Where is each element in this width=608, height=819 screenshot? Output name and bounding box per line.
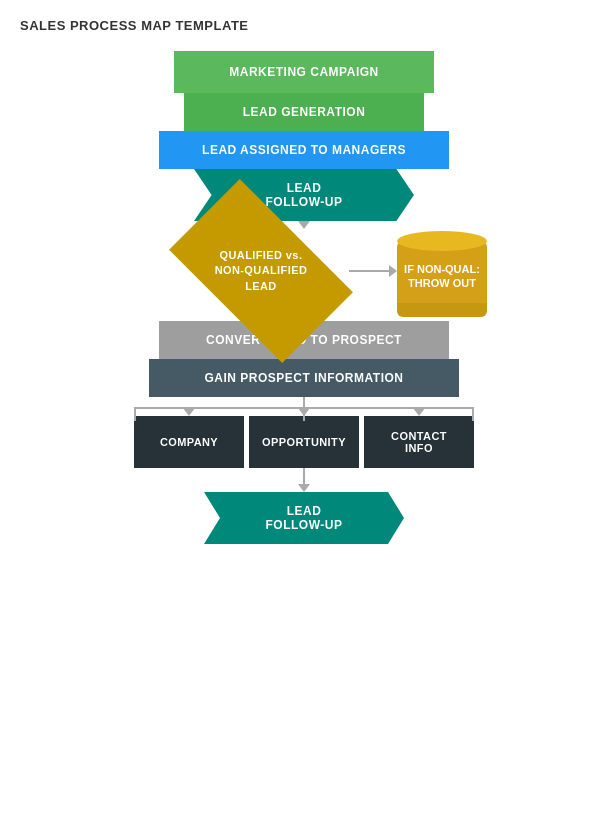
- marketing-campaign-box: MARKETING CAMPAIGN: [174, 51, 434, 93]
- lead-generation-box: LEAD GENERATION: [184, 93, 424, 131]
- lead-generation-label: LEAD GENERATION: [243, 105, 366, 119]
- flowchart: MARKETING CAMPAIGN LEAD GENERATION LEAD …: [20, 51, 588, 564]
- arrowhead-left: [183, 408, 195, 416]
- contact-info-label: CONTACT INFO: [391, 430, 447, 454]
- non-qual-cylinder: IF NON-QUAL: THROW OUT: [397, 241, 487, 311]
- arrowhead-right: [413, 408, 425, 416]
- lead-followup-bottom-label: LEAD FOLLOW-UP: [266, 504, 343, 532]
- diamond-row: QUALIFIED vs. NON-QUALIFIED LEAD IF NON-…: [94, 221, 514, 321]
- lead-followup-bottom-box: LEAD FOLLOW-UP: [204, 492, 404, 544]
- drop-center: [303, 407, 305, 421]
- three-boxes-row: COMPANY OPPORTUNITY CONTACT INFO: [134, 416, 474, 468]
- lead-assigned-box: LEAD ASSIGNED TO MANAGERS: [159, 131, 449, 169]
- opportunity-label: OPPORTUNITY: [262, 436, 346, 448]
- left-arrow-col: [134, 408, 244, 416]
- branch-section: COMPANY OPPORTUNITY CONTACT INFO: [124, 397, 484, 492]
- gain-prospect-label: GAIN PROSPECT INFORMATION: [205, 371, 404, 385]
- non-qual-label: IF NON-QUAL: THROW OUT: [404, 262, 480, 291]
- lead-followup-top-label: LEAD FOLLOW-UP: [266, 181, 343, 209]
- drop-left: [134, 407, 136, 421]
- right-arrow-col: [364, 408, 474, 416]
- page-title: SALES PROCESS MAP TEMPLATE: [20, 18, 588, 33]
- arrow-right: [349, 265, 397, 277]
- spacer-right: [364, 468, 474, 492]
- bottom-shaft: [303, 468, 305, 484]
- qualified-label: QUALIFIED vs. NON-QUALIFIED LEAD: [206, 248, 316, 294]
- bottom-arrowhead: [298, 484, 310, 492]
- branch-stem: [303, 397, 305, 407]
- contact-info-box: CONTACT INFO: [364, 416, 474, 468]
- opportunity-box: OPPORTUNITY: [249, 416, 359, 468]
- bottom-arrow-row: [134, 468, 474, 492]
- lead-assigned-label: LEAD ASSIGNED TO MANAGERS: [202, 143, 406, 157]
- company-box: COMPANY: [134, 416, 244, 468]
- center-bottom-arrow: [249, 468, 359, 492]
- gain-prospect-box: GAIN PROSPECT INFORMATION: [149, 359, 459, 397]
- spacer-left: [134, 468, 244, 492]
- drop-right: [472, 407, 474, 421]
- branch-hline: [134, 407, 474, 409]
- marketing-campaign-label: MARKETING CAMPAIGN: [229, 65, 378, 79]
- company-label: COMPANY: [160, 436, 218, 448]
